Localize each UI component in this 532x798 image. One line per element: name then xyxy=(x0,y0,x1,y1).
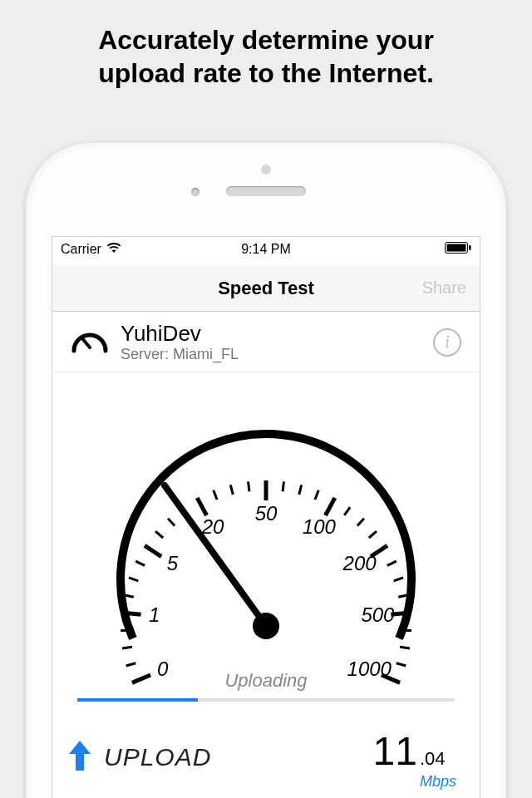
gauge-tick-label: 1000 xyxy=(347,658,392,681)
gauge-tick-label: 0 xyxy=(157,658,168,681)
svg-line-10 xyxy=(129,578,138,581)
gauge-tick-label: 500 xyxy=(361,603,394,627)
gauge-tick-label: 20 xyxy=(202,515,224,539)
svg-line-25 xyxy=(344,507,350,515)
svg-line-11 xyxy=(135,561,145,565)
svg-line-3 xyxy=(81,337,90,347)
progress-fill xyxy=(77,698,198,702)
nav-bar: Speed Test Share xyxy=(52,265,480,312)
svg-line-5 xyxy=(126,663,136,665)
gauge-state-label: Uploading xyxy=(52,670,480,692)
svg-line-18 xyxy=(230,485,233,495)
status-time: 9:14 PM xyxy=(241,242,291,257)
svg-line-12 xyxy=(145,545,161,556)
svg-line-16 xyxy=(197,497,206,515)
phone-mockup: Carrier 9:14 PM xyxy=(25,141,507,798)
upload-speed-value: 11 .04 Mbps xyxy=(373,728,456,787)
gauge-icon xyxy=(71,324,109,361)
svg-line-35 xyxy=(397,663,406,665)
svg-line-6 xyxy=(122,647,132,648)
upload-result-row: UPLOAD 11 .04 Mbps xyxy=(52,713,480,787)
svg-line-26 xyxy=(357,518,364,525)
svg-line-19 xyxy=(248,481,249,491)
svg-line-17 xyxy=(214,490,217,499)
server-subtitle: Server: Miami_FL xyxy=(121,346,421,363)
upload-label: UPLOAD xyxy=(104,743,365,771)
svg-line-22 xyxy=(299,485,302,495)
svg-line-21 xyxy=(283,481,283,491)
status-bar: Carrier 9:14 PM xyxy=(52,237,480,260)
upload-arrow-icon xyxy=(67,739,92,776)
svg-rect-2 xyxy=(469,245,471,250)
svg-line-27 xyxy=(369,531,377,538)
wifi-icon xyxy=(106,242,121,257)
share-button[interactable]: Share xyxy=(422,278,466,298)
progress-bar xyxy=(77,698,455,702)
phone-screen: Carrier 9:14 PM xyxy=(52,236,480,798)
page-title: Speed Test xyxy=(218,278,314,299)
gauge-tick-label: 200 xyxy=(343,552,377,575)
svg-line-8 xyxy=(121,613,141,614)
server-name: YuhiDev xyxy=(121,322,421,346)
gauge-tick-label: 5 xyxy=(167,552,178,575)
server-row[interactable]: YuhiDev Server: Miami_FL i xyxy=(54,312,478,372)
svg-line-13 xyxy=(155,531,163,538)
svg-line-29 xyxy=(387,561,397,565)
svg-line-23 xyxy=(315,490,318,499)
svg-line-34 xyxy=(400,647,410,648)
svg-line-30 xyxy=(394,578,403,581)
carrier-label: Carrier xyxy=(61,242,101,257)
phone-speaker xyxy=(226,186,306,196)
svg-rect-1 xyxy=(447,244,466,252)
gauge-tick-label: 100 xyxy=(303,515,336,539)
gauge-tick-label: 1 xyxy=(149,603,160,627)
svg-line-37 xyxy=(165,485,266,626)
speed-gauge: 01520501002005001000 Uploading xyxy=(52,372,480,713)
svg-point-38 xyxy=(253,613,279,639)
promo-headline: Accurately determine your upload rate to… xyxy=(0,0,532,118)
battery-icon xyxy=(445,242,471,257)
info-button[interactable]: i xyxy=(433,328,461,357)
svg-line-24 xyxy=(325,497,334,515)
phone-camera xyxy=(191,188,200,196)
svg-line-14 xyxy=(168,518,175,525)
gauge-tick-label: 50 xyxy=(255,502,278,525)
phone-sensor xyxy=(261,165,271,175)
